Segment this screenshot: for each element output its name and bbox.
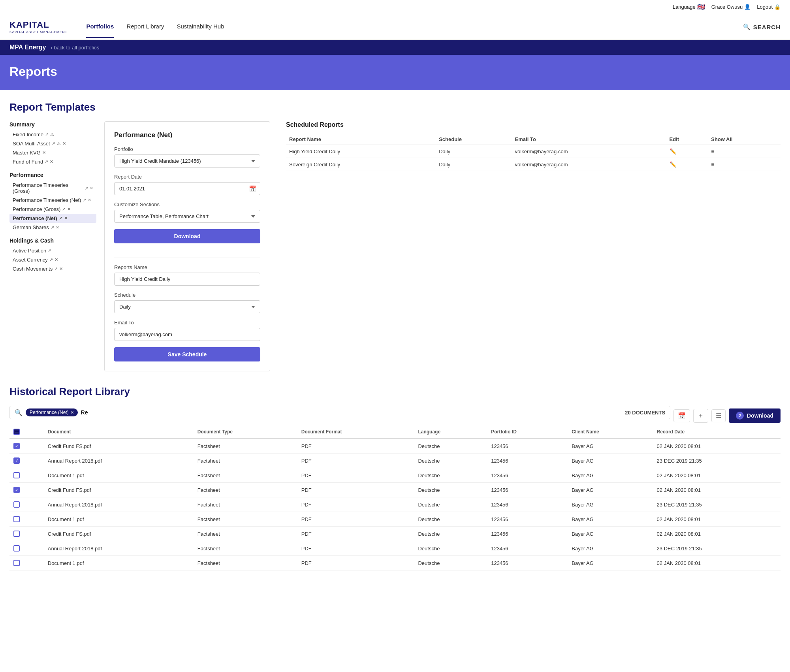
reports-name-input[interactable] [114, 273, 260, 286]
schedule-group: Schedule Daily Weekly Monthly [114, 292, 260, 313]
arrow-icon-9: ↗ [48, 248, 51, 253]
sidebar-item-active-position[interactable]: Active Position ↗ [9, 246, 96, 255]
customize-group: Customize Sections Performance Table, Pe… [114, 201, 260, 223]
sidebar-item-fixed-income[interactable]: Fixed Income ↗ ⚠ [9, 130, 96, 139]
sidebar-item-german-shares[interactable]: German Shares ↗ ✕ [9, 223, 96, 232]
list-action-btn[interactable]: ☰ [711, 409, 726, 422]
add-action-btn[interactable]: ＋ [693, 409, 708, 423]
arrow-icon-5: ↗ [83, 198, 86, 203]
col-checkbox [9, 425, 44, 439]
row-document: Annual Report 2018.pdf [44, 454, 194, 468]
search-tag-close[interactable]: ✕ [70, 410, 74, 415]
lines-icon[interactable]: ≡ [711, 148, 714, 154]
edit-cell[interactable]: ✏️ [666, 158, 708, 171]
edit-icon[interactable]: ✏️ [670, 148, 676, 154]
header-checkbox[interactable] [13, 429, 20, 435]
email-input[interactable] [114, 328, 260, 341]
sidebar-item-asset-currency[interactable]: Asset Currency ↗ ✕ [9, 255, 96, 264]
report-templates-section: Report Templates Summary Fixed Income ↗ … [9, 101, 781, 371]
row-type: Factsheet [194, 454, 297, 468]
reports-title: Reports [9, 64, 781, 79]
row-portfolio-id: 123456 [487, 512, 568, 527]
logout-link[interactable]: Logout 🔒 [757, 4, 781, 10]
sidebar-item-perf-ts-gross[interactable]: Performance Timeseries (Gross) ↗ ✕ [9, 181, 96, 196]
logo: KAPITAL KAPITAL ASSET MANAGEMENT [9, 14, 67, 40]
show-all-cell[interactable]: ≡ [708, 158, 781, 171]
close-icon-fund: ✕ [50, 159, 53, 164]
search-actions: 📅 ＋ ☰ 2 Download [673, 408, 781, 423]
row-checkbox[interactable] [13, 560, 20, 566]
download-count-button[interactable]: 2 Download [729, 408, 781, 423]
calendar-action-btn[interactable]: 📅 [673, 409, 690, 422]
row-portfolio-id: 123456 [487, 468, 568, 483]
row-checkbox[interactable] [13, 472, 20, 478]
row-client-name: Bayer AG [568, 439, 653, 454]
nav-report-library[interactable]: Report Library [126, 16, 164, 38]
close-icon-10: ✕ [55, 257, 58, 262]
row-checkbox[interactable] [13, 545, 20, 552]
row-checkbox[interactable] [13, 443, 20, 449]
table-row: Document 1.pdf Factsheet PDF Deutsche 12… [9, 512, 781, 527]
report-templates-title: Report Templates [9, 101, 781, 113]
sidebar-item-master-kvg[interactable]: Master KVG ✕ [9, 148, 96, 157]
sidebar-item-perf-net[interactable]: Performance (Net) ↗ ✕ [9, 214, 96, 223]
col-client-name: Client Name [568, 425, 653, 439]
back-label: ‹ back to all portfolios [51, 45, 99, 51]
customize-select[interactable]: Performance Table, Performance Chart Per… [114, 210, 260, 223]
row-record-date: 02 JAN 2020 08:01 [653, 527, 781, 541]
row-record-date: 23 DEC 2019 21:35 [653, 454, 781, 468]
row-document: Document 1.pdf [44, 556, 194, 570]
row-checkbox[interactable] [13, 516, 20, 522]
row-record-date: 02 JAN 2020 08:01 [653, 468, 781, 483]
schedule-select[interactable]: Daily Weekly Monthly [114, 300, 260, 313]
row-format: PDF [297, 556, 414, 570]
sidebar-item-perf-ts-net[interactable]: Performance Timeseries (Net) ↗ ✕ [9, 196, 96, 205]
col-document-format: Document Format [297, 425, 414, 439]
perf-gross-label: Performance (Gross) [13, 206, 60, 212]
nav-portfolios[interactable]: Portfolios [86, 16, 114, 38]
row-checkbox[interactable] [13, 531, 20, 537]
row-checkbox[interactable] [13, 487, 20, 493]
row-client-name: Bayer AG [568, 541, 653, 556]
language-link[interactable]: Language 🇬🇧 [673, 3, 705, 11]
nav-sustainability[interactable]: Sustainability Hub [177, 16, 224, 38]
report-date-input[interactable] [114, 182, 260, 195]
nav-search[interactable]: 🔍 SEARCH [743, 23, 781, 30]
perf-ts-gross-label: Performance Timeseries (Gross) [13, 182, 83, 194]
scheduled-title: Scheduled Reports [286, 121, 781, 128]
row-checkbox[interactable] [13, 457, 20, 464]
warning-icon: ⚠ [50, 132, 54, 137]
logo-sub: KAPITAL ASSET MANAGEMENT [9, 30, 67, 34]
row-checkbox[interactable] [13, 501, 20, 508]
sidebar-item-fund-of-fund[interactable]: Fund of Fund ↗ ✕ [9, 157, 96, 166]
sidebar-item-perf-gross[interactable]: Performance (Gross) ↗ ✕ [9, 205, 96, 214]
back-link[interactable]: ‹ back to all portfolios [51, 45, 99, 51]
arrow-icon-6: ↗ [62, 207, 66, 212]
sidebar-item-cash-movements[interactable]: Cash Movements ↗ ✕ [9, 264, 96, 273]
user-link[interactable]: Grace Owusu 👤 [711, 4, 750, 10]
lines-icon[interactable]: ≡ [711, 161, 714, 168]
search-input-hist[interactable] [81, 409, 622, 416]
sidebar-item-soa[interactable]: SOA Multi-Asset ↗ ⚠ ✕ [9, 139, 96, 148]
col-report-name: Report Name [286, 134, 436, 145]
row-client-name: Bayer AG [568, 483, 653, 497]
scheduled-panel: Scheduled Reports Report Name Schedule E… [278, 121, 781, 371]
col-portfolio-id: Portfolio ID [487, 425, 568, 439]
show-all-cell[interactable]: ≡ [708, 145, 781, 158]
calendar-icon[interactable]: 📅 [249, 185, 256, 192]
nav-links: Portfolios Report Library Sustainability… [86, 16, 743, 38]
row-type: Factsheet [194, 468, 297, 483]
portfolio-select[interactable]: High Yield Credit Mandate (123456) Sover… [114, 154, 260, 168]
row-checkbox-cell [9, 541, 44, 556]
row-format: PDF [297, 468, 414, 483]
edit-cell[interactable]: ✏️ [666, 145, 708, 158]
arrow-icon-3: ↗ [45, 159, 48, 164]
report-date-label: Report Date [114, 174, 260, 180]
scheduled-row: Sovereign Credit Daily Daily volkerm@bay… [286, 158, 781, 171]
download-button[interactable]: Download [114, 229, 260, 243]
save-schedule-button[interactable]: Save Schedule [114, 347, 260, 361]
row-format: PDF [297, 483, 414, 497]
table-row: Annual Report 2018.pdf Factsheet PDF Deu… [9, 497, 781, 512]
scheduled-table: Report Name Schedule Email To Edit Show … [286, 134, 781, 171]
edit-icon[interactable]: ✏️ [670, 161, 676, 168]
